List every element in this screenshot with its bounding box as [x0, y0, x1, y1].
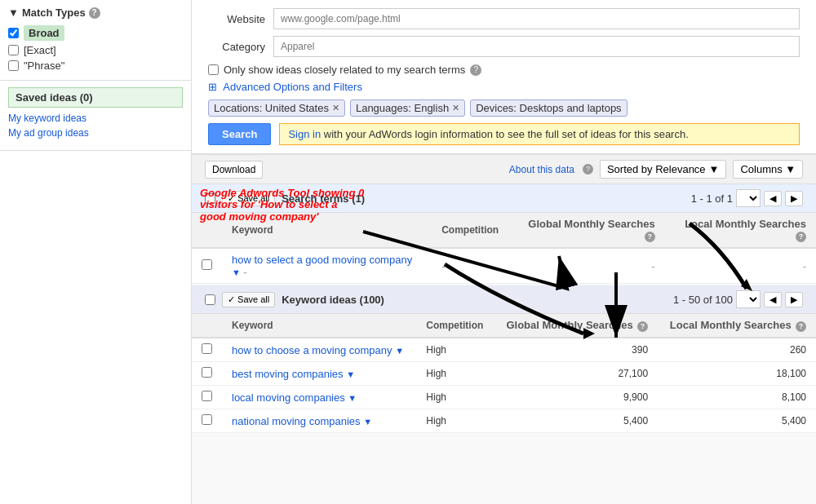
keyword-link[interactable]: national moving companies ▼	[232, 415, 372, 427]
download-button[interactable]: Download	[205, 161, 263, 179]
competition-cell: High	[416, 386, 494, 409]
keyword-ideas-page-range: 1 - 50 of 100	[673, 294, 733, 306]
saved-ideas-title: Saved ideas (0)	[8, 87, 183, 108]
language-filter-label: Languages: English	[356, 102, 449, 114]
search-terms-pagination: 1 - 1 of 1 ◀ ▶	[691, 189, 803, 207]
competition-cell: High	[416, 409, 494, 433]
local-monthly-cell: 5,400	[658, 409, 816, 433]
global-monthly-cell: 5,400	[494, 409, 658, 433]
global-monthly-cell: 9,900	[494, 386, 658, 409]
match-types-label: Match Types	[22, 7, 86, 19]
search-terms-section: ✓ Save all Search terms (1) 1 - 1 of 1 ◀…	[192, 184, 816, 284]
search-terms-prev-button[interactable]: ◀	[764, 191, 782, 206]
local-monthly-help-icon[interactable]: ?	[796, 232, 806, 242]
keyword-ideas-section: ✓ Save all Keyword ideas (100) 1 - 50 of…	[192, 285, 816, 433]
search-terms-keyword-col-header: Keyword	[222, 213, 432, 248]
signin-suffix: with your AdWords login information to s…	[321, 128, 689, 140]
keyword-ideas-next-button[interactable]: ▶	[785, 292, 803, 307]
search-terms-table: Keyword Competition Global Monthly Searc…	[192, 213, 816, 284]
related-ideas-checkbox[interactable]	[208, 64, 219, 75]
location-filter-label: Locations: United States	[214, 102, 329, 114]
keyword-ideas-select-all-checkbox[interactable]	[205, 294, 215, 305]
keyword-ideas-competition-col-header: Competition	[416, 314, 494, 338]
local-monthly-cell: -	[665, 248, 816, 284]
results-area: Google Adwords Tool showing 0 visitors f…	[192, 155, 816, 504]
keyword-ideas-prev-button[interactable]: ◀	[764, 292, 782, 307]
search-terms-select-all-checkbox[interactable]	[205, 193, 215, 204]
table-row: how to choose a moving company ▼ High 39…	[192, 338, 816, 362]
match-types-header: ▼ Match Types ?	[8, 7, 183, 19]
keyword-ideas-global-col-header: Global Monthly Searches ?	[494, 314, 658, 338]
row-checkbox[interactable]	[202, 367, 212, 378]
search-terms-competition-col-header: Competition	[432, 213, 508, 248]
keyword-ideas-page-dropdown[interactable]	[736, 290, 761, 308]
keyword-link[interactable]: how to choose a moving company ▼	[232, 344, 404, 356]
website-input[interactable]	[273, 8, 800, 29]
row-checkbox[interactable]	[202, 414, 212, 425]
phrase-checkbox[interactable]	[8, 60, 19, 71]
search-terms-global-col-header: Global Monthly Searches ?	[508, 213, 664, 248]
broad-checkbox[interactable]	[8, 28, 19, 38]
broad-label: Broad	[24, 25, 64, 41]
search-terms-page-dropdown[interactable]	[736, 189, 761, 207]
exact-label: [Exact]	[24, 44, 56, 56]
search-terms-save-all-button[interactable]: ✓ Save all	[222, 191, 275, 206]
keyword-ideas-pagination: 1 - 50 of 100 ◀ ▶	[673, 290, 803, 308]
language-filter-remove[interactable]: ✕	[452, 103, 459, 113]
keyword-ideas-save-all-button[interactable]: ✓ Save all	[222, 292, 275, 307]
global-monthly-cell: 390	[494, 338, 658, 362]
sort-button[interactable]: Sorted by Relevance ▼	[600, 160, 727, 179]
triangle-icon: ▼	[8, 7, 19, 19]
match-types-help-icon[interactable]: ?	[89, 7, 100, 19]
columns-button[interactable]: Columns ▼	[733, 160, 803, 179]
search-button[interactable]: Search	[208, 123, 271, 145]
about-help-icon[interactable]: ?	[583, 164, 593, 175]
my-keywords-link[interactable]: My keyword ideas	[8, 111, 183, 126]
keyword-ideas-keyword-col-header: Keyword	[222, 314, 416, 338]
sort-label: Sorted by Relevance	[607, 163, 706, 175]
signin-link[interactable]: Sign in	[288, 128, 321, 140]
table-row: local moving companies ▼ High 9,900 8,10…	[192, 386, 816, 409]
website-row: Website	[208, 8, 800, 29]
location-filter-tag: Locations: United States ✕	[208, 99, 345, 117]
competition-cell: High	[416, 338, 494, 362]
devices-filter-tag: Devices: Desktops and laptops	[470, 99, 627, 117]
keyword-ideas-title: Keyword ideas (100)	[282, 294, 384, 306]
keyword-link[interactable]: how to select a good moving company ▼	[232, 254, 412, 278]
filters-row: Locations: United States ✕ Languages: En…	[208, 99, 800, 117]
row-checkbox[interactable]	[202, 259, 212, 270]
keyword-ideas-local-col-header: Local Monthly Searches ?	[658, 314, 816, 338]
location-filter-remove[interactable]: ✕	[332, 103, 339, 113]
broad-match-item: Broad	[8, 24, 183, 42]
phrase-label: "Phrase"	[24, 60, 64, 72]
local-monthly-cell: 260	[658, 338, 816, 362]
search-terms-next-button[interactable]: ▶	[785, 191, 803, 206]
related-help-icon[interactable]: ?	[470, 64, 481, 76]
global-monthly-cell: 27,100	[494, 362, 658, 386]
category-input[interactable]	[273, 36, 800, 57]
search-terms-title: Search terms (1)	[282, 192, 365, 205]
local-help-icon-2[interactable]: ?	[796, 321, 806, 332]
exact-checkbox[interactable]	[8, 45, 19, 55]
search-row: Search Sign in with your AdWords login i…	[208, 123, 800, 145]
global-monthly-help-icon[interactable]: ?	[645, 232, 655, 242]
website-label: Website	[208, 13, 273, 25]
search-terms-local-col-header: Local Monthly Searches ?	[665, 213, 816, 248]
search-terms-page-range: 1 - 1 of 1	[691, 192, 733, 205]
advanced-options-link[interactable]: ⊞ Advanced Options and Filters	[208, 81, 800, 93]
table-row: national moving companies ▼ High 5,400 5…	[192, 409, 816, 433]
table-row: how to select a good moving company ▼ - …	[192, 248, 816, 284]
plus-icon: ⊞	[208, 81, 217, 93]
global-monthly-cell: -	[508, 248, 664, 284]
row-checkbox[interactable]	[202, 343, 212, 354]
global-help-icon-2[interactable]: ?	[637, 321, 648, 332]
phrase-match-item: "Phrase"	[8, 58, 183, 73]
keyword-link[interactable]: local moving companies ▼	[232, 391, 357, 404]
my-adgroup-link[interactable]: My ad group ideas	[8, 126, 183, 140]
row-checkbox[interactable]	[202, 391, 212, 401]
results-toolbar: Download About this data ? Sorted by Rel…	[192, 155, 816, 184]
keyword-ideas-header: ✓ Save all Keyword ideas (100) 1 - 50 of…	[192, 285, 816, 314]
keyword-link[interactable]: best moving companies ▼	[232, 368, 355, 380]
about-data-link[interactable]: About this data	[509, 164, 574, 175]
table-row: best moving companies ▼ High 27,100 18,1…	[192, 362, 816, 386]
